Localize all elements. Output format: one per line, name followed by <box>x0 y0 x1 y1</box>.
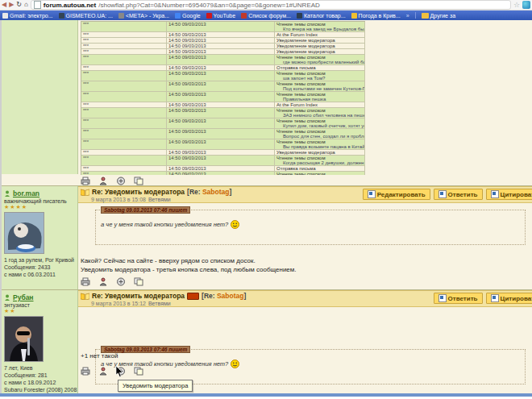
post1-quote-text: а че у меня такой кнопки уведомления нет… <box>101 221 228 228</box>
activity-topic: ша запоет на Том? <box>276 76 363 81</box>
bookmark-label: Gmail: электро... <box>10 13 53 19</box>
profile-icon[interactable] <box>98 367 108 376</box>
edit-icon <box>368 190 376 198</box>
activity-action: Чтение темы спискомша запоет на Том? <box>275 71 365 81</box>
post1-author-stars: ★★★★ <box>4 204 77 210</box>
activity-row: ***14:50 09/03/2013Отправка письма <box>81 65 365 71</box>
print-icon[interactable] <box>81 277 90 286</box>
post1-author-title: важничающий писатель <box>4 198 77 204</box>
activity-row: ***14:50 09/03/2013Уведомление модератор… <box>81 150 365 156</box>
activity-action: Чтение темы спискомВопрос для стен, созд… <box>275 129 365 139</box>
reply-button[interactable]: Ответить <box>434 293 483 304</box>
post2-actions <box>81 367 143 376</box>
post2-author-link[interactable]: Рубан <box>13 293 34 301</box>
reply-button[interactable]: Ответить <box>434 189 483 200</box>
bookmark-label: GISMETEO.UA: ... <box>66 13 113 19</box>
activity-time: 14:50 09/03/2013 <box>167 150 275 155</box>
extension-icon[interactable] <box>522 1 530 9</box>
activity-action: Чтение темы спискомВы правда возьмете па… <box>275 139 365 149</box>
post1-quote: Sabotag 09.03.2013 07:46 пишет а че у ме… <box>95 210 526 245</box>
activity-action: At the Forum Index <box>275 102 365 107</box>
activity-action: Уведомление модератора <box>275 44 365 48</box>
activity-user: *** <box>81 55 167 64</box>
activity-time: 14:50 09/03/2013 <box>167 172 275 175</box>
activity-time: 14:50 09/03/2013 <box>167 156 275 165</box>
bookmark-label: Список форум... <box>248 13 291 19</box>
post1-author-info2: Сообщения: 2433 <box>4 264 77 271</box>
notify-moderator-icon[interactable] <box>116 177 126 185</box>
bookmark-item[interactable]: YouTube <box>206 13 236 19</box>
activity-user: *** <box>81 139 167 149</box>
post2-author-stars: ★★ <box>4 308 77 314</box>
activity-time: 14:50 09/03/2013 <box>167 92 275 102</box>
activity-row: ***14:50 09/03/2013Чтение темы спискомВо… <box>81 129 365 139</box>
post1-mode-link[interactable]: Ветвями <box>148 197 171 202</box>
other-bookmarks-button[interactable]: Другие за <box>422 13 455 19</box>
user-online-icon <box>4 294 10 301</box>
bookmark-item[interactable]: Каталог товар... <box>297 13 346 19</box>
bookmark-star-icon[interactable]: ☆ <box>513 1 520 9</box>
user-online-icon <box>4 190 10 197</box>
post1-sidebar: bor.man важничающий писатель ★★★★ 1 год … <box>2 186 78 289</box>
activity-row: ***14:50 09/03/2013Чтение темы спискомКу… <box>81 118 365 129</box>
page-icon <box>34 1 41 9</box>
bookmark-favicon <box>118 13 124 19</box>
bookmark-item[interactable]: Список форум... <box>241 13 291 19</box>
bookmark-favicon <box>206 13 212 19</box>
activity-action: Уведомление модератора <box>275 49 365 54</box>
notify-moderator-icon[interactable] <box>116 277 126 286</box>
url-path: /showflat.php?Cat=0&Number=6954079&an=0&… <box>98 2 320 9</box>
activity-user: *** <box>81 108 167 118</box>
post2-mode-link[interactable]: Ветвями <box>148 301 171 306</box>
activity-time: 14:50 09/03/2013 <box>167 55 275 64</box>
edit-button[interactable]: Редактировать <box>363 189 430 200</box>
bookmark-item[interactable]: GISMETEO.UA: ... <box>59 13 113 19</box>
post2-sidebar: Рубан энтузиаст ★★ 7 лет, Киев Сообщения… <box>2 290 78 393</box>
activity-time: 14:50 09/03/2013 <box>167 139 275 149</box>
print-icon[interactable] <box>81 367 90 376</box>
post1-avatar <box>4 212 44 254</box>
browser-toolbar: ◀ ▶ ↻ ⌂ forum.autoua.net/showflat.php?Ca… <box>0 0 532 10</box>
profile-icon[interactable] <box>98 177 108 185</box>
quote-button[interactable]: Цитировать <box>486 189 532 200</box>
activity-action: Чтение темы спискомКупил дом, газовый сч… <box>275 118 365 128</box>
activity-row: ***14:50 09/03/2013At the Forum Index <box>81 102 365 108</box>
post1-quote-header: Sabotag 09.03.2013 07:46 пишет <box>101 206 190 214</box>
activity-action: Чтение темы спискомКто вчера на заезд не… <box>275 22 365 31</box>
activity-topic: где можно приобрести маленький бойлер на… <box>276 60 363 64</box>
bookmark-label: Google <box>182 13 201 19</box>
bookmark-item[interactable]: Google <box>175 13 201 19</box>
bookmark-label: Каталог товар... <box>304 13 346 19</box>
url-bar[interactable]: forum.autoua.net/showflat.php?Cat=0&Numb… <box>31 0 511 10</box>
quote-pages-icon[interactable] <box>134 177 143 185</box>
home-icon[interactable]: ⌂ <box>24 1 28 9</box>
bookmarks-overflow-chevron[interactable]: » <box>406 13 409 19</box>
bookmark-item[interactable]: Gmail: электро... <box>2 13 53 19</box>
quote-pages-icon[interactable] <box>134 367 143 376</box>
bookmark-item[interactable]: Погода в Крив... <box>351 13 401 19</box>
activity-time: 14:50 09/03/2013 <box>167 38 275 43</box>
quote-pages-icon[interactable] <box>134 277 143 286</box>
activity-action: Уведомление модератора <box>275 38 365 43</box>
activity-row: ***14:50 09/03/2013At the Forum Index <box>81 32 365 38</box>
url-domain: forum.autoua.net <box>44 2 96 9</box>
activity-row: ***14:50 09/03/2013Уведомление модератор… <box>81 44 365 49</box>
print-icon[interactable] <box>81 177 90 185</box>
back-icon[interactable]: ◀ <box>2 1 6 9</box>
activity-user: *** <box>81 118 167 128</box>
reload-icon[interactable]: ↻ <box>16 1 22 9</box>
activity-action: Чтение темы спискомКогда рассыщая 2 деву… <box>275 156 365 165</box>
activity-topic: Когда рассыщая 2 девушки, должен ли пуск… <box>276 160 363 165</box>
book-icon <box>81 189 89 196</box>
activity-row: ***14:50 09/03/2013Уведомление модератор… <box>81 38 365 44</box>
profile-icon[interactable] <box>98 277 108 286</box>
prev-post-actions <box>81 177 143 185</box>
activity-user: *** <box>81 71 167 81</box>
activity-topic: ЗАЗ немного сбил человека на пешеходном … <box>276 113 363 118</box>
quote-button[interactable]: Цитировать <box>486 293 532 304</box>
post1-author-link[interactable]: bor.man <box>13 189 39 197</box>
bookmark-item[interactable]: <META> - Укра... <box>118 13 169 19</box>
smiley-icon <box>231 360 239 368</box>
forward-icon[interactable]: ▶ <box>9 1 14 9</box>
post2-body: +1 нет такой <box>81 352 118 360</box>
